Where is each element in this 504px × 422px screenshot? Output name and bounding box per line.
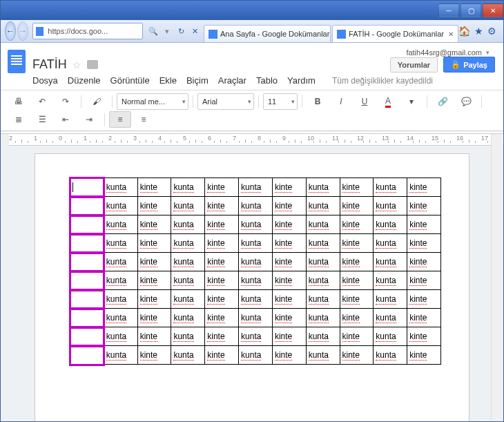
back-button[interactable]: ←	[5, 21, 16, 41]
insert-comment-icon[interactable]: 💬	[455, 93, 477, 110]
page[interactable]: kuntakintekuntakintekuntakintekuntakinte…	[35, 153, 469, 421]
table-cell[interactable]: kinte	[272, 178, 306, 197]
font-select[interactable]: Arial	[197, 93, 254, 110]
ruler[interactable]: 21012345678910111213141516171819	[9, 134, 503, 146]
paragraph-style-select[interactable]: Normal me...	[117, 93, 188, 110]
table-cell[interactable]: kunta	[239, 178, 273, 197]
table-cell[interactable]: kinte	[407, 215, 441, 234]
document-title[interactable]: FATİH	[32, 57, 67, 72]
browser-tab[interactable]: FATİH - Google Dokümanlar ✕	[332, 25, 458, 42]
italic-icon[interactable]: I	[330, 93, 352, 110]
table-row[interactable]: kuntakintekuntakintekuntakintekuntakinte…	[70, 327, 441, 346]
table-cell[interactable]: kinte	[272, 253, 306, 271]
table-cell[interactable]	[70, 309, 104, 327]
table-cell[interactable]: kinte	[137, 234, 171, 253]
table-cell[interactable]: kinte	[407, 271, 441, 290]
table-cell[interactable]: kunta	[374, 234, 407, 253]
align-center-icon[interactable]: ≡	[133, 111, 155, 128]
table-cell[interactable]: kunta	[239, 309, 273, 327]
undo-icon[interactable]: ↶	[31, 93, 53, 110]
table-row[interactable]: kuntakintekuntakintekuntakintekuntakinte…	[70, 290, 441, 309]
table-cell[interactable]: kinte	[340, 290, 374, 309]
stop-icon[interactable]: ✕	[188, 23, 201, 39]
table-cell[interactable]	[70, 327, 104, 346]
browser-tab[interactable]: Ana Sayfa - Google Dokümanlar	[204, 25, 331, 42]
menu-item[interactable]: Tablo	[256, 75, 278, 86]
table-cell[interactable]: kinte	[205, 271, 239, 290]
paint-format-icon[interactable]: 🖌	[86, 93, 108, 110]
table-cell[interactable]	[70, 271, 104, 290]
table-cell[interactable]: kunta	[306, 197, 340, 215]
table-row[interactable]: kuntakintekuntakintekuntakintekuntakinte…	[70, 271, 441, 290]
table-cell[interactable]: kunta	[171, 309, 205, 327]
table-cell[interactable]: kunta	[104, 290, 137, 309]
table-cell[interactable]: kunta	[239, 346, 273, 365]
table-cell[interactable]: kunta	[171, 346, 205, 365]
table-cell[interactable]: kinte	[205, 234, 239, 253]
favorites-icon[interactable]: ★	[474, 26, 483, 37]
table-cell[interactable]: kinte	[272, 327, 306, 346]
table-cell[interactable]: kinte	[340, 197, 374, 215]
compat-view-icon[interactable]: ▾	[161, 23, 173, 39]
table-row[interactable]: kuntakintekuntakintekuntakintekuntakinte…	[70, 309, 441, 327]
text-color-icon[interactable]: A	[377, 93, 399, 110]
table-cell[interactable]: kinte	[407, 346, 441, 365]
table-cell[interactable]: kunta	[171, 271, 205, 290]
table-cell[interactable]: kunta	[306, 271, 340, 290]
forward-button[interactable]: →	[17, 21, 28, 41]
table-cell[interactable]: kinte	[340, 234, 374, 253]
table-cell[interactable]	[70, 197, 104, 215]
menu-item[interactable]: Ekle	[159, 75, 177, 86]
table-cell[interactable]: kinte	[205, 215, 239, 234]
table-cell[interactable]: kunta	[306, 309, 340, 327]
table-cell[interactable]: kunta	[171, 234, 205, 253]
table-cell[interactable]: kunta	[239, 327, 273, 346]
table-cell[interactable]: kunta	[306, 327, 340, 346]
menu-item[interactable]: Biçim	[186, 75, 209, 86]
table-cell[interactable]: kinte	[340, 271, 374, 290]
tools-icon[interactable]: ⚙	[487, 26, 496, 37]
table-cell[interactable]: kinte	[137, 346, 171, 365]
table-cell[interactable]: kunta	[104, 327, 137, 346]
table-cell[interactable]: kunta	[306, 178, 340, 197]
table-row[interactable]: kuntakintekuntakintekuntakintekuntakinte…	[70, 234, 441, 253]
table-cell[interactable]: kunta	[239, 271, 273, 290]
table-cell[interactable]: kinte	[137, 271, 171, 290]
table-cell[interactable]: kinte	[205, 290, 239, 309]
vertical-scrollbar[interactable]	[491, 134, 503, 421]
table-cell[interactable]: kunta	[171, 215, 205, 234]
table-cell[interactable]: kunta	[374, 197, 407, 215]
folder-icon[interactable]	[87, 60, 98, 69]
document-table[interactable]: kuntakintekuntakintekuntakintekuntakinte…	[70, 178, 441, 365]
table-row[interactable]: kuntakintekuntakintekuntakintekuntakinte…	[70, 215, 441, 234]
star-icon[interactable]: ☆	[72, 59, 81, 70]
insert-link-icon[interactable]: 🔗	[432, 93, 454, 110]
table-cell[interactable]: kunta	[171, 253, 205, 271]
window-close-button[interactable]: ✕	[483, 3, 503, 17]
table-cell[interactable]: kinte	[137, 309, 171, 327]
docs-logo-icon[interactable]	[8, 50, 26, 73]
page-scroll-area[interactable]: kuntakintekuntakintekuntakintekuntakinte…	[1, 145, 503, 421]
table-cell[interactable]: kunta	[104, 178, 137, 197]
table-cell[interactable]	[70, 346, 104, 365]
table-cell[interactable]: kinte	[205, 178, 239, 197]
table-cell[interactable]: kunta	[171, 327, 205, 346]
table-cell[interactable]	[70, 234, 104, 253]
print-icon[interactable]: 🖶	[8, 93, 30, 110]
table-cell[interactable]: kinte	[272, 234, 306, 253]
table-cell[interactable]: kunta	[306, 215, 340, 234]
home-icon[interactable]: 🏠	[458, 26, 470, 37]
table-cell[interactable]: kinte	[137, 290, 171, 309]
table-cell[interactable]: kinte	[205, 327, 239, 346]
url-input[interactable]	[46, 26, 139, 36]
decrease-indent-icon[interactable]: ⇤	[55, 111, 77, 128]
table-cell[interactable]: kunta	[306, 253, 340, 271]
address-bar[interactable]	[32, 23, 143, 39]
user-menu-chevron-icon[interactable]: ▾	[486, 49, 490, 56]
table-cell[interactable]: kunta	[306, 290, 340, 309]
table-row[interactable]: kuntakintekuntakintekuntakintekuntakinte…	[70, 197, 441, 215]
table-cell[interactable]: kunta	[374, 215, 407, 234]
table-cell[interactable]: kunta	[374, 309, 407, 327]
table-cell[interactable]: kinte	[205, 197, 239, 215]
refresh-icon[interactable]: ↻	[175, 23, 187, 39]
